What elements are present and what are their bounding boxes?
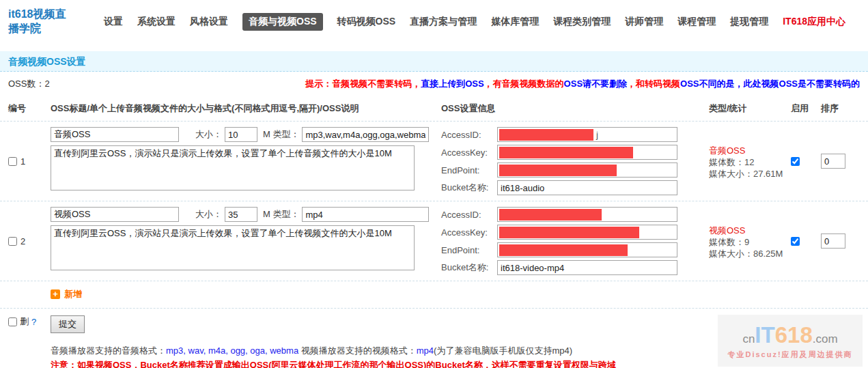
- count-row: OSS数：2 提示：音频视频不需要转码，直接上传到OSS，有音频视频数据的OSS…: [0, 72, 868, 96]
- oss-type: 视频OSS: [709, 225, 791, 236]
- row-select-checkbox[interactable]: [8, 157, 17, 166]
- nav-item-media-library-management[interactable]: 媒体库管理: [491, 16, 539, 28]
- size-input[interactable]: [225, 127, 257, 142]
- sort-input[interactable]: [821, 233, 845, 249]
- redacted-value: [499, 227, 639, 238]
- submit-button[interactable]: 提交: [51, 315, 85, 333]
- format-label: M 类型：: [263, 128, 299, 141]
- section-titlebar: 音频视频OSS设置: [0, 51, 868, 72]
- header-type-stats: 类型/统计: [709, 102, 791, 115]
- formats-hint-segment: (为了兼容电脑版手机版仅支持mp4): [434, 345, 572, 356]
- row-number: 1: [20, 156, 25, 167]
- delete-cell: 删?: [8, 315, 51, 328]
- row-select-cell: 1: [8, 127, 51, 195]
- formats-input[interactable]: [302, 207, 429, 222]
- nav-item-course-management[interactable]: 课程管理: [677, 16, 716, 28]
- nav-item-system-settings[interactable]: 系统设置: [137, 16, 176, 28]
- nav-item-withdrawal-management[interactable]: 提现管理: [730, 16, 768, 28]
- watermark-com: .com: [813, 332, 838, 346]
- enable-cell: [791, 207, 821, 275]
- redacted-value: [499, 147, 633, 158]
- nav-item-audio-video-oss[interactable]: 音频与视频OSS: [242, 13, 323, 31]
- add-label: 新增: [64, 288, 82, 300]
- size-label: 大小：: [195, 208, 222, 221]
- video-format: mp4: [417, 345, 434, 356]
- access-key-label: AccessKey:: [441, 147, 497, 158]
- bucket-input[interactable]: [497, 180, 677, 195]
- end-point-label: EndPoint:: [441, 165, 497, 175]
- audio-formats-list: mp3, wav, m4a, ogg, oga, webma: [166, 345, 298, 356]
- watermark-it: IT: [755, 322, 774, 348]
- redacted-value: [499, 244, 628, 256]
- page-title: 音频视频OSS设置: [8, 56, 86, 67]
- header-main: OSS标题/单个上传音频视频文件的大小与格式(不同格式用逗号,隔开)/OSS说明: [51, 102, 441, 115]
- nav-item-course-category-management[interactable]: 课程类别管理: [553, 16, 611, 28]
- bucket-label: Bucket名称:: [441, 182, 497, 194]
- oss-settings-cell: AccessID: AccessKey: EndPoint:: [441, 207, 709, 275]
- table-header: 编号 OSS标题/单个上传音频视频文件的大小与格式(不同格式用逗号,隔开)/OS…: [0, 96, 868, 122]
- sort-cell: [821, 127, 860, 195]
- formats-input[interactable]: [302, 127, 429, 142]
- hint-segment: ，和转码视频: [627, 79, 680, 89]
- plus-icon: +: [51, 289, 60, 299]
- access-id-label: AccessID:: [441, 130, 497, 140]
- watermark-cn: cn: [742, 332, 755, 346]
- nav-item-transcode-video-oss[interactable]: 转码视频OSS: [337, 16, 396, 28]
- size-label: 大小：: [195, 128, 222, 141]
- hint-segment: ，有音频视频数据的: [484, 79, 564, 89]
- formats-hint-segment: 视频播放器支持的视频格式：: [298, 345, 417, 356]
- header-sort: 排序: [821, 102, 860, 115]
- hint-segment: 直接上传到OSS: [421, 79, 484, 89]
- delete-label: 删: [20, 315, 29, 328]
- media-count: 媒体数：12: [709, 156, 791, 168]
- hint-segment: 提示：音频视频不需要转码，: [305, 79, 421, 89]
- type-stats-cell: 视频OSS 媒体数：9 媒体大小：86.25M: [709, 207, 791, 259]
- brand-title: it618视频直播学院: [8, 8, 76, 36]
- row-main-cell: 大小： M 类型： 直传到阿里云OSS，演示站只是演示上传效果，设置了单个上传视…: [51, 207, 441, 273]
- row-select-checkbox[interactable]: [8, 237, 17, 246]
- watermark-618: 618: [775, 322, 813, 348]
- enable-checkbox[interactable]: [791, 157, 800, 166]
- media-size: 媒体大小：27.61M: [709, 168, 791, 180]
- oss-title-input[interactable]: [51, 207, 179, 222]
- watermark-tagline: 专业Discuz!应用及周边提供商: [727, 350, 852, 360]
- bucket-label: Bucket名称:: [441, 261, 497, 274]
- bucket-input[interactable]: [497, 260, 677, 275]
- oss-type: 音频OSS: [709, 145, 791, 156]
- header-enable: 启用: [791, 102, 821, 115]
- oss-description-textarea[interactable]: 直传到阿里云OSS，演示站只是演示上传效果，设置了单个上传视频文件的大小是10M: [51, 225, 415, 270]
- hint-segment: OSS请不要删除: [564, 79, 627, 89]
- nav-item-it618-app-center[interactable]: IT618应用中心: [783, 16, 845, 28]
- oss-count: OSS数：2: [8, 78, 50, 90]
- enable-cell: [791, 127, 821, 195]
- enable-checkbox[interactable]: [791, 237, 800, 246]
- access-id-remnant: j: [596, 130, 598, 140]
- nav-item-live-plan-management[interactable]: 直播方案与管理: [410, 16, 477, 28]
- access-id-label: AccessID:: [441, 210, 497, 220]
- media-count: 媒体数：9: [709, 236, 791, 248]
- format-label: M 类型：: [263, 208, 299, 221]
- sort-input[interactable]: [821, 154, 845, 169]
- row-select-cell: 2: [8, 207, 51, 275]
- page: it618视频直播学院 设置 系统设置 风格设置 音频与视频OSS 转码视频OS…: [0, 0, 868, 368]
- oss-settings-cell: AccessID: j AccessKey: EndPoint:: [441, 127, 709, 195]
- oss-description-textarea[interactable]: 直传到阿里云OSS，演示站只是演示上传效果，设置了单个上传音频文件的大小是10M: [51, 145, 415, 190]
- row-main-cell: 大小： M 类型： 直传到阿里云OSS，演示站只是演示上传效果，设置了单个上传音…: [51, 127, 441, 193]
- size-input[interactable]: [225, 207, 257, 222]
- table-row: 2 大小： M 类型： 直传到阿里云OSS，演示站只是演示上传效果，设置了单个上…: [0, 201, 868, 281]
- redacted-value: [499, 165, 617, 176]
- top-nav: it618视频直播学院 设置 系统设置 风格设置 音频与视频OSS 转码视频OS…: [0, 0, 868, 42]
- header-num: 编号: [8, 102, 51, 115]
- top-hint: 提示：音频视频不需要转码，直接上传到OSS，有音频视频数据的OSS请不要删除，和…: [305, 78, 860, 90]
- it618-watermark-logo: cnIT618.com 专业Discuz!应用及周边提供商: [718, 315, 863, 367]
- nav-item-settings[interactable]: 设置: [104, 16, 123, 28]
- media-size: 媒体大小：86.25M: [709, 248, 791, 259]
- oss-title-input[interactable]: [51, 127, 179, 142]
- delete-checkbox[interactable]: [8, 317, 17, 326]
- table-row: 1 大小： M 类型： 直传到阿里云OSS，演示站只是演示上传效果，设置了单个上…: [0, 122, 868, 201]
- add-oss-button[interactable]: + 新增: [51, 288, 441, 300]
- sort-cell: [821, 207, 860, 275]
- nav-item-lecturer-management[interactable]: 讲师管理: [625, 16, 663, 28]
- add-row: + 新增: [0, 281, 868, 309]
- nav-item-style-settings[interactable]: 风格设置: [190, 16, 228, 28]
